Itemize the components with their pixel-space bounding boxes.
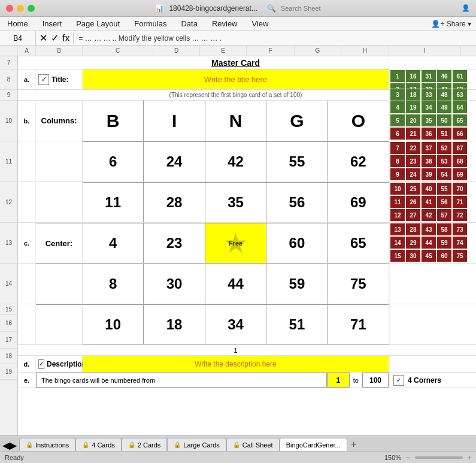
- menubar: Home Insert Page Layout Formulas Data Re…: [0, 17, 476, 31]
- title-value-cell[interactable]: Write the title here: [83, 69, 389, 89]
- numbering-to: to: [350, 377, 362, 384]
- corners-label: 4 Corners: [408, 376, 441, 385]
- sheet-body: 7 8 9 10 11 12 13 14 15 16 17 18 19 Mast…: [0, 56, 476, 435]
- maximize-button[interactable]: [28, 5, 35, 12]
- cell-60: 60: [266, 223, 328, 263]
- desc-checkbox[interactable]: ✓: [38, 359, 44, 369]
- cell-4: 4: [83, 223, 144, 263]
- title-label: Title:: [51, 75, 68, 84]
- cell-10: 10: [83, 305, 144, 344]
- cell-18: 18: [144, 305, 205, 344]
- cancel-icon[interactable]: ✕: [40, 32, 47, 44]
- corners-checkbox[interactable]: ✓: [393, 375, 404, 386]
- menu-insert[interactable]: Insert: [40, 19, 65, 28]
- statusbar-right: 150% − +: [384, 454, 471, 461]
- cell-71: 71: [328, 305, 389, 344]
- row-headers: 7 8 9 10 11 12 13 14 15 16 17 18 19: [0, 56, 18, 435]
- col-header-c: C: [83, 46, 153, 56]
- menu-formulas[interactable]: Formulas: [132, 19, 169, 28]
- menu-home[interactable]: Home: [5, 19, 31, 28]
- menu-view[interactable]: View: [250, 19, 271, 28]
- tab-call-sheet[interactable]: 🔒 Call Sheet: [226, 438, 280, 451]
- tab-4-cards[interactable]: 🔒 4 Cards: [75, 438, 122, 451]
- cell-55: 55: [266, 142, 328, 181]
- col-header-i: I: [389, 46, 461, 56]
- zoom-in-button[interactable]: +: [468, 454, 471, 461]
- master-card-title: Master Card: [211, 58, 260, 68]
- col-header-h: H: [341, 46, 389, 56]
- window-right-icons: 👤: [462, 4, 470, 12]
- cell-reference[interactable]: B4: [0, 31, 36, 45]
- row-9: (This represent the first bingo card of …: [18, 90, 476, 101]
- cell-59: 59: [266, 264, 328, 304]
- menu-data[interactable]: Data: [178, 19, 199, 28]
- zoom-level: 150%: [384, 454, 401, 461]
- tabbar: ◀ ▶ 🔒 Instructions 🔒 4 Cards 🔒 2 Cards 🔒…: [0, 435, 476, 451]
- row-17: d. ✓ Description: Write the description …: [18, 356, 476, 373]
- cell-28: 28: [144, 183, 205, 222]
- menu-review[interactable]: Review: [210, 19, 240, 28]
- zoom-out-button[interactable]: −: [406, 454, 410, 461]
- menu-page-layout[interactable]: Page Layout: [74, 19, 122, 28]
- statusbar: Ready 150% − +: [0, 451, 476, 463]
- cell-content: Master Card a. ✓ Title: Write the title …: [18, 56, 476, 435]
- card-number: 1: [234, 347, 237, 354]
- cell-8: 8: [83, 264, 144, 304]
- numbering-label: The bingo cards will be numbered from: [36, 373, 327, 388]
- zoom-slider[interactable]: [415, 456, 463, 459]
- formula-bar: B4 ✕ ✓ fx = … … … .. Modify the yellow c…: [0, 31, 476, 46]
- cell-42: 42: [205, 142, 266, 181]
- col-header-f: F: [247, 46, 295, 56]
- titlebar: 📊 180428-bingocardgenerat... 🔍 Search Sh…: [0, 0, 476, 17]
- window-title: 📊 180428-bingocardgenerat... 🔍 Search Sh…: [155, 4, 320, 13]
- cell-75: 75: [328, 264, 389, 304]
- description-value[interactable]: Write the description here: [83, 356, 389, 372]
- tab-instructions[interactable]: 🔒 Instructions: [19, 438, 75, 451]
- row-13: c. Center: 4 23 ★ Free 60 65 1328435873: [18, 223, 476, 264]
- cell-6: 6: [83, 142, 144, 181]
- row-12: 11 28 35 56 69 1025405570 1126415671 122…: [18, 182, 476, 223]
- bingo-b: B: [83, 101, 144, 141]
- column-headers: A B C D E F G H I: [0, 46, 476, 56]
- row-10-bingo-header: b. Columns: B I N G O 419344964 52035506: [18, 101, 476, 141]
- share-button[interactable]: 👤+ Share ▾: [431, 20, 471, 28]
- col-header-b: B: [36, 46, 83, 56]
- tab-large-cards[interactable]: 🔒 Large Cards: [167, 438, 226, 451]
- row-16: 1: [18, 345, 476, 356]
- subtitle: (This represent the first bingo card of …: [169, 92, 302, 98]
- cell-51: 51: [266, 305, 328, 344]
- add-tab-button[interactable]: +: [347, 438, 360, 451]
- ready-status: Ready: [5, 454, 24, 461]
- row-7: Master Card: [18, 56, 476, 69]
- bingo-o: O: [328, 101, 389, 141]
- tab-bingo-gen[interactable]: BingoCardGener...: [280, 438, 347, 451]
- formula-controls: ✕ ✓ fx: [36, 32, 74, 44]
- numbering-end: 100: [362, 373, 389, 388]
- col-header-d: D: [153, 46, 200, 56]
- row-8: a. ✓ Title: Write the title here 1163146…: [18, 69, 476, 90]
- cell-62: 62: [328, 142, 389, 181]
- title-checkbox[interactable]: ✓: [38, 74, 49, 85]
- row-15: 10 18 34 51 71: [18, 304, 476, 345]
- cell-34: 34: [205, 305, 266, 344]
- row-14: 8 30 44 59 75: [18, 264, 476, 304]
- spreadsheet: A B C D E F G H I 7 8 9 10 11 12 13 14 1…: [0, 46, 476, 435]
- bingo-g: G: [266, 101, 328, 141]
- close-button[interactable]: [6, 5, 13, 12]
- confirm-icon[interactable]: ✓: [51, 32, 59, 44]
- numbering-from[interactable]: 1: [327, 373, 350, 388]
- cell-56: 56: [266, 183, 328, 222]
- cell-44: 44: [205, 264, 266, 304]
- formula-content[interactable]: = … … … .. Modify the yellow cells … … ……: [74, 34, 221, 43]
- row-11: 6 24 42 55 62 722375267 823385368 924395…: [18, 141, 476, 182]
- col-header-e: E: [200, 46, 247, 56]
- tab-nav-left[interactable]: ◀ ▶: [0, 440, 19, 451]
- minimize-button[interactable]: [17, 5, 24, 12]
- tab-2-cards[interactable]: 🔒 2 Cards: [122, 438, 168, 451]
- cell-30: 30: [144, 264, 205, 304]
- bingo-i: I: [144, 101, 205, 141]
- cell-23: 23: [144, 223, 205, 263]
- function-icon[interactable]: fx: [62, 33, 69, 44]
- cell-35: 35: [205, 183, 266, 222]
- label-a: a.: [18, 69, 36, 89]
